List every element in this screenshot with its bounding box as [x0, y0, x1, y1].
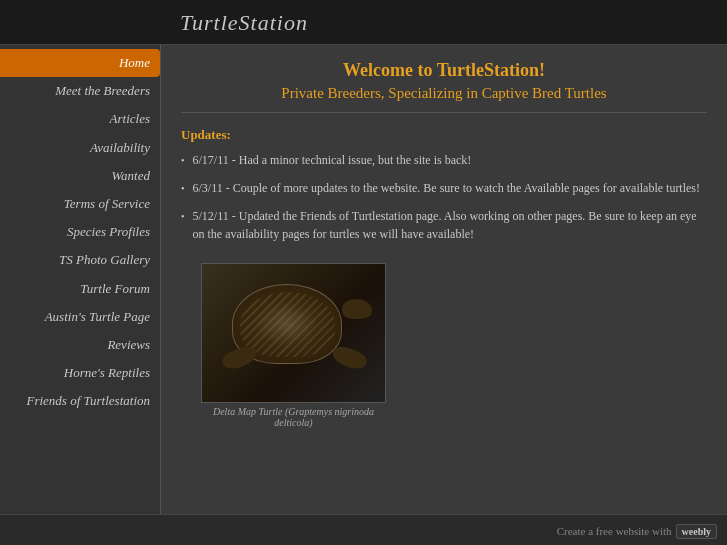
update-text: 5/12/11 - Updated the Friends of Turtles… [193, 207, 707, 243]
update-item: •6/17/11 - Had a minor technical issue, … [181, 151, 707, 169]
header: TurtleStation [0, 0, 727, 45]
sidebar-item-hornes-reptiles[interactable]: Horne's Reptiles [0, 359, 160, 387]
sidebar-item-austins-turtle[interactable]: Austin's Turtle Page [0, 303, 160, 331]
turtle-head [342, 299, 372, 319]
bullet-icon: • [181, 209, 185, 224]
main-layout: HomeMeet the BreedersArticlesAvailabilit… [0, 45, 727, 514]
welcome-subtitle: Private Breeders, Specializing in Captiv… [181, 85, 707, 113]
footer-text: Create a free website with weebly [557, 524, 717, 539]
sidebar-item-terms-service[interactable]: Terms of Service [0, 190, 160, 218]
turtle-leg2 [330, 344, 369, 373]
main-content: Welcome to TurtleStation! Private Breede… [160, 45, 727, 514]
sidebar-item-ts-photo-gallery[interactable]: TS Photo Gallery [0, 246, 160, 274]
sidebar-item-reviews[interactable]: Reviews [0, 331, 160, 359]
update-text: 6/17/11 - Had a minor technical issue, b… [193, 151, 472, 169]
sidebar-item-home[interactable]: Home [0, 49, 160, 77]
turtle-leg1 [220, 344, 259, 373]
sidebar-item-species-profiles[interactable]: Species Profiles [0, 218, 160, 246]
welcome-title: Welcome to TurtleStation! [181, 60, 707, 81]
update-item: •6/3/11 - Couple of more updates to the … [181, 179, 707, 197]
sidebar-item-turtle-forum[interactable]: Turtle Forum [0, 275, 160, 303]
footer: Create a free website with weebly [0, 514, 727, 545]
bullet-icon: • [181, 181, 185, 196]
sidebar-item-availability[interactable]: Availability [0, 134, 160, 162]
turtle-stripes [240, 292, 335, 357]
sidebar-item-articles[interactable]: Articles [0, 105, 160, 133]
updates-label: Updates: [181, 127, 707, 143]
image-caption: Delta Map Turtle (Graptemys nigrinoda de… [201, 406, 386, 428]
weebly-badge[interactable]: weebly [676, 524, 717, 539]
sidebar-item-friends-turtlestation[interactable]: Friends of Turtlestation [0, 387, 160, 415]
site-title: TurtleStation [180, 10, 712, 36]
turtle-image-bg [202, 264, 385, 402]
sidebar-item-meet-breeders[interactable]: Meet the Breeders [0, 77, 160, 105]
turtle-image-container: Delta Map Turtle (Graptemys nigrinoda de… [201, 263, 386, 428]
turtle-image [201, 263, 386, 403]
footer-create-text: Create a free website with [557, 525, 672, 537]
updates-list: •6/17/11 - Had a minor technical issue, … [181, 151, 707, 243]
sidebar: HomeMeet the BreedersArticlesAvailabilit… [0, 45, 160, 514]
sidebar-item-wanted[interactable]: Wanted [0, 162, 160, 190]
update-item: •5/12/11 - Updated the Friends of Turtle… [181, 207, 707, 243]
bullet-icon: • [181, 153, 185, 168]
update-text: 6/3/11 - Couple of more updates to the w… [193, 179, 701, 197]
